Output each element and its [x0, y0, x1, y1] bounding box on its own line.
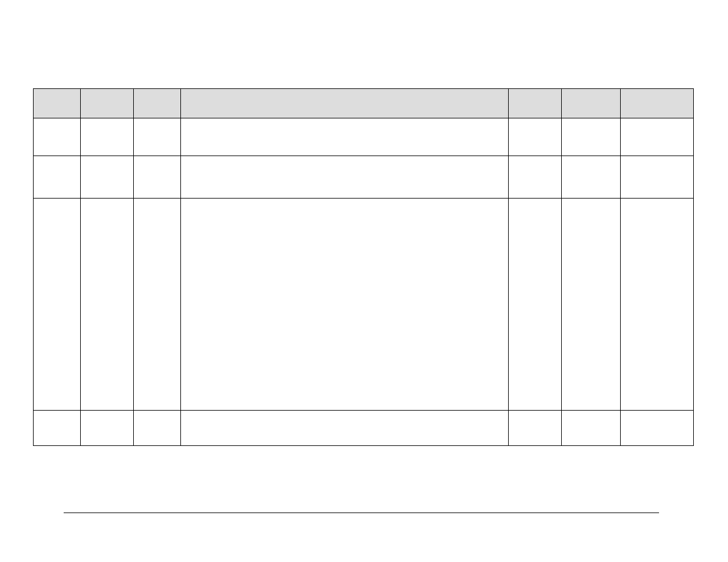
table-cell [81, 118, 134, 156]
table-cell [621, 199, 694, 411]
document-page [0, 0, 728, 562]
table-cell [509, 199, 562, 411]
table-cell [621, 411, 694, 446]
table-cell [34, 156, 81, 199]
table-cell [81, 199, 134, 411]
table-row [34, 118, 694, 156]
table-row [34, 411, 694, 446]
empty-table [33, 88, 694, 446]
table-cell [34, 199, 81, 411]
table-cell [562, 199, 621, 411]
table-header-cell [509, 89, 562, 118]
table-cell [509, 411, 562, 446]
table-cell [181, 156, 509, 199]
table-header-cell [34, 89, 81, 118]
table-header-row [34, 89, 694, 118]
table-header-cell [562, 89, 621, 118]
table-cell [562, 411, 621, 446]
table-cell [509, 156, 562, 199]
table-cell [81, 411, 134, 446]
table-cell [509, 118, 562, 156]
table-cell [134, 118, 181, 156]
table-cell [134, 156, 181, 199]
table-header-cell [181, 89, 509, 118]
table-cell [562, 156, 621, 199]
table-cell [181, 118, 509, 156]
table-cell [34, 411, 81, 446]
table-container [33, 88, 693, 446]
table-cell [621, 118, 694, 156]
table-cell [134, 411, 181, 446]
horizontal-rule [64, 513, 659, 513]
table-header-cell [81, 89, 134, 118]
table-cell [134, 199, 181, 411]
table-cell [81, 156, 134, 199]
table-header-cell [621, 89, 694, 118]
table-cell [181, 411, 509, 446]
table-row [34, 199, 694, 411]
table-row [34, 156, 694, 199]
table-cell [181, 199, 509, 411]
table-cell [562, 118, 621, 156]
table-header-cell [134, 89, 181, 118]
table-cell [34, 118, 81, 156]
table-cell [621, 156, 694, 199]
